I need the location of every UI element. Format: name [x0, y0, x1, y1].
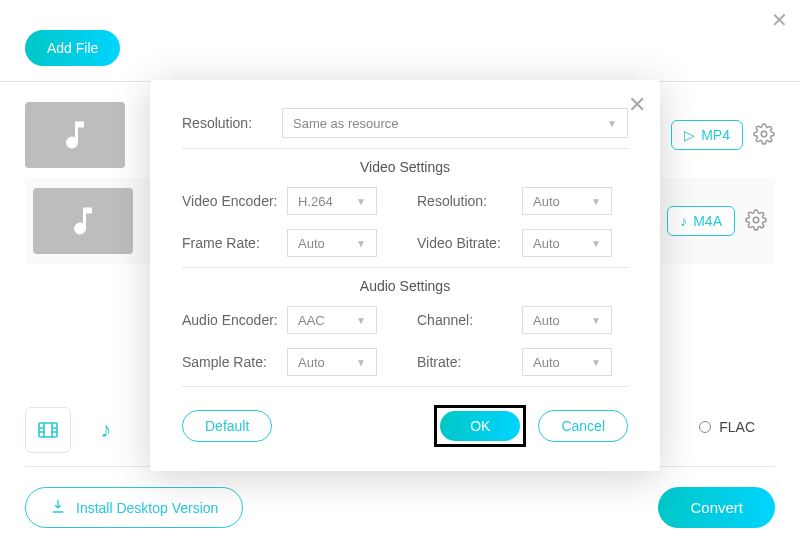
- download-icon: [50, 498, 66, 517]
- footer: Install Desktop Version Convert: [25, 466, 775, 528]
- chevron-down-icon: ▼: [356, 315, 366, 326]
- format-label: MP4: [701, 127, 730, 143]
- divider: [182, 148, 628, 149]
- play-icon: ▷: [684, 127, 695, 143]
- chevron-down-icon: ▼: [591, 357, 601, 368]
- install-label: Install Desktop Version: [76, 500, 218, 516]
- svg-point-1: [753, 217, 759, 223]
- radio-circle-icon: [699, 421, 711, 433]
- resolution-label: Resolution:: [182, 115, 282, 131]
- video-bitrate-value: Auto: [533, 236, 560, 251]
- channel-value: Auto: [533, 313, 560, 328]
- settings-gear-icon[interactable]: [753, 123, 775, 148]
- resolution-value: Same as resource: [293, 116, 399, 131]
- modal-footer: Default OK Cancel: [182, 405, 628, 447]
- divider: [182, 386, 628, 387]
- chevron-down-icon: ▼: [356, 357, 366, 368]
- settings-modal: ✕ Resolution: Same as resource ▼ Video S…: [150, 80, 660, 471]
- sample-rate-select[interactable]: Auto▼: [287, 348, 377, 376]
- audio-bitrate-value: Auto: [533, 355, 560, 370]
- close-icon[interactable]: ✕: [771, 8, 788, 32]
- video-encoder-label: Video Encoder:: [182, 193, 287, 209]
- modal-close-icon[interactable]: ✕: [628, 92, 646, 118]
- format-label: M4A: [693, 213, 722, 229]
- resolution-select[interactable]: Same as resource ▼: [282, 108, 628, 138]
- install-desktop-button[interactable]: Install Desktop Version: [25, 487, 243, 528]
- audio-encoder-value: AAC: [298, 313, 325, 328]
- format-button-m4a[interactable]: ♪ M4A: [667, 206, 735, 236]
- svg-point-0: [761, 131, 767, 137]
- chevron-down-icon: ▼: [607, 118, 617, 129]
- sample-rate-value: Auto: [298, 355, 325, 370]
- chevron-down-icon: ▼: [591, 315, 601, 326]
- audio-bitrate-select[interactable]: Auto▼: [522, 348, 612, 376]
- video-bitrate-select[interactable]: Auto▼: [522, 229, 612, 257]
- sample-rate-label: Sample Rate:: [182, 354, 287, 370]
- add-file-button[interactable]: Add File: [25, 30, 120, 66]
- format-button-mp4[interactable]: ▷ MP4: [671, 120, 743, 150]
- video-encoder-select[interactable]: H.264▼: [287, 187, 377, 215]
- ok-button[interactable]: OK: [440, 411, 520, 441]
- music-thumbnail-icon: [33, 188, 133, 254]
- audio-category-icon[interactable]: ♪: [83, 407, 129, 453]
- music-thumbnail-icon: [25, 102, 125, 168]
- top-toolbar: Add File: [0, 0, 800, 82]
- video-resolution-label: Resolution:: [417, 193, 522, 209]
- audio-encoder-select[interactable]: AAC▼: [287, 306, 377, 334]
- music-note-icon: ♪: [680, 213, 687, 229]
- video-bitrate-label: Video Bitrate:: [417, 235, 522, 251]
- video-resolution-value: Auto: [533, 194, 560, 209]
- channel-label: Channel:: [417, 312, 522, 328]
- flac-label: FLAC: [719, 419, 755, 435]
- audio-bitrate-label: Bitrate:: [417, 354, 522, 370]
- chevron-down-icon: ▼: [591, 238, 601, 249]
- video-resolution-select[interactable]: Auto▼: [522, 187, 612, 215]
- svg-rect-2: [39, 423, 57, 437]
- chevron-down-icon: ▼: [356, 238, 366, 249]
- frame-rate-select[interactable]: Auto▼: [287, 229, 377, 257]
- video-category-icon[interactable]: [25, 407, 71, 453]
- ok-highlight-box: OK: [434, 405, 526, 447]
- settings-gear-icon[interactable]: [745, 209, 767, 234]
- chevron-down-icon: ▼: [591, 196, 601, 207]
- video-settings-title: Video Settings: [182, 159, 628, 175]
- cancel-button[interactable]: Cancel: [538, 410, 628, 442]
- frame-rate-value: Auto: [298, 236, 325, 251]
- channel-select[interactable]: Auto▼: [522, 306, 612, 334]
- audio-encoder-label: Audio Encoder:: [182, 312, 287, 328]
- video-encoder-value: H.264: [298, 194, 333, 209]
- default-button[interactable]: Default: [182, 410, 272, 442]
- convert-button[interactable]: Convert: [658, 487, 775, 528]
- category-icons: ♪: [25, 407, 129, 453]
- flac-radio-option[interactable]: FLAC: [699, 419, 755, 435]
- chevron-down-icon: ▼: [356, 196, 366, 207]
- audio-settings-title: Audio Settings: [182, 278, 628, 294]
- frame-rate-label: Frame Rate:: [182, 235, 287, 251]
- divider: [182, 267, 628, 268]
